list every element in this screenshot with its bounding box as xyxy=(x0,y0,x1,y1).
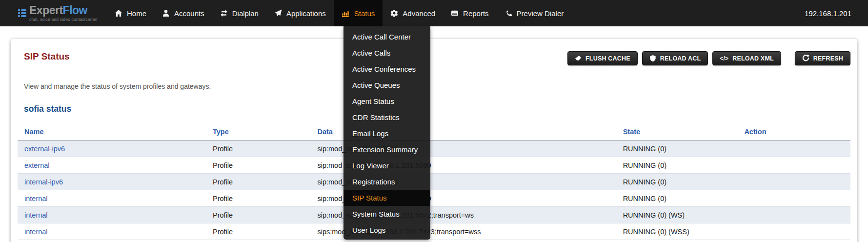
nav-label: Accounts xyxy=(174,9,204,18)
brand-logo[interactable]: ExpertFlow chat, voice and video contact… xyxy=(0,0,100,26)
menu-item-active-calls[interactable]: Active Calls xyxy=(343,45,430,61)
menu-item-agent-status[interactable]: Agent Status xyxy=(343,93,430,109)
top-navbar: ExpertFlow chat, voice and video contact… xyxy=(0,0,868,26)
menu-item-active-call-center[interactable]: Active Call Center xyxy=(343,29,430,45)
table-row: internal Profile sips:mod_sofia@192.168.… xyxy=(18,223,850,240)
cell-state: RUNNING (0) xyxy=(616,141,738,157)
menu-item-registrations[interactable]: Registrations xyxy=(343,174,430,190)
col-header-state[interactable]: State xyxy=(616,124,738,141)
profile-link[interactable]: external-ipv6 xyxy=(24,145,65,153)
cell-type: Profile xyxy=(206,207,310,223)
home-icon xyxy=(115,9,122,17)
bar-chart-icon xyxy=(342,9,350,18)
cell-action xyxy=(737,223,850,240)
refresh-icon xyxy=(802,55,809,62)
menu-item-extension-summary[interactable]: Extension Summary xyxy=(343,141,430,158)
cell-action xyxy=(737,157,850,174)
profile-link[interactable]: internal xyxy=(24,228,48,236)
shield-icon xyxy=(649,55,656,62)
menu-item-sip-status[interactable]: SIP Status xyxy=(343,190,430,206)
table-row: internal-ipv6 Profile sip:mod_sofia@[::1… xyxy=(18,174,850,190)
nav-label: Status xyxy=(354,9,375,18)
refresh-button[interactable]: REFRESH xyxy=(795,51,850,65)
nav-label: Reports xyxy=(463,9,489,18)
cell-state: RUNNING (0) xyxy=(616,190,738,207)
menu-item-user-logs[interactable]: User Logs xyxy=(343,222,430,238)
nav-item-home[interactable]: Home xyxy=(107,0,154,26)
paper-plane-icon xyxy=(274,9,282,17)
cell-action xyxy=(737,207,850,223)
menu-item-active-queues[interactable]: Active Queues xyxy=(343,77,430,93)
reload-acl-button[interactable]: RELOAD ACL xyxy=(642,51,708,65)
phone-icon xyxy=(505,9,512,17)
nav-item-accounts[interactable]: Accounts xyxy=(154,0,212,26)
cell-action xyxy=(737,174,850,190)
menu-item-log-viewer[interactable]: Log Viewer xyxy=(343,158,430,174)
nav-label: Applications xyxy=(286,9,326,18)
menu-item-cdr-statistics[interactable]: CDR Statistics xyxy=(343,109,430,125)
drive-icon xyxy=(451,9,459,17)
nav-item-applications[interactable]: Applications xyxy=(266,0,334,26)
brand-tagline: chat, voice and video contactcenter xyxy=(29,18,98,22)
server-host: 192.168.1.201 xyxy=(805,0,868,26)
status-dropdown-menu: Active Call Center Active Calls Active C… xyxy=(343,26,430,240)
col-header-name[interactable]: Name xyxy=(18,124,206,141)
cell-state: RUNNING (0) (WSS) xyxy=(616,223,738,240)
nav-label: Preview Dialer xyxy=(517,9,564,18)
brand-dots-icon xyxy=(18,9,26,17)
table-row: internal Profile sip:mod_sofia@192.168.1… xyxy=(18,190,850,207)
menu-item-active-conferences[interactable]: Active Conferences xyxy=(343,61,430,77)
table-header-row: Name Type Data State Action xyxy=(18,124,850,141)
person-icon xyxy=(162,9,170,17)
cell-type: Profile xyxy=(206,157,310,174)
cell-action xyxy=(737,190,850,207)
cell-type: Profile xyxy=(206,223,310,240)
table-row: external-ipv6 Profile sip:mod_sofia@[::1… xyxy=(18,141,850,157)
swap-arrows-icon xyxy=(220,9,228,17)
menu-item-system-status[interactable]: System Status xyxy=(343,206,430,222)
page-title: SIP Status xyxy=(18,51,70,62)
nav-item-preview-dialer[interactable]: Preview Dialer xyxy=(497,0,572,26)
cell-type: Profile xyxy=(206,141,310,157)
eraser-icon xyxy=(575,55,582,62)
col-header-type[interactable]: Type xyxy=(206,124,310,141)
main-nav: Home Accounts Dialplan Applications Stat… xyxy=(107,0,571,26)
nav-item-status[interactable]: Status xyxy=(334,0,383,26)
nav-label: Home xyxy=(127,9,146,18)
cell-type: Profile xyxy=(206,190,310,207)
sofia-status-table: Name Type Data State Action external-ipv… xyxy=(18,124,850,240)
nav-label: Dialplan xyxy=(232,9,259,18)
profile-link[interactable]: internal xyxy=(24,195,48,202)
reload-xml-button[interactable]: </> RELOAD XML xyxy=(712,51,781,65)
nav-item-reports[interactable]: Reports xyxy=(443,0,497,26)
flush-cache-button[interactable]: FLUSH CACHE xyxy=(567,51,638,65)
cell-action xyxy=(737,141,850,157)
content-panel: SIP Status FLUSH CACHE RELOAD ACL </> RE… xyxy=(11,39,857,242)
toolbar: FLUSH CACHE RELOAD ACL </> RELOAD XML RE… xyxy=(563,51,850,65)
profile-link[interactable]: internal xyxy=(24,211,48,219)
cell-state: RUNNING (0) (WS) xyxy=(616,207,738,223)
code-icon: </> xyxy=(720,55,728,62)
nav-item-dialplan[interactable]: Dialplan xyxy=(212,0,266,26)
gear-icon xyxy=(390,9,398,17)
table-row: external Profile sip:mod_sofia@192.168.1… xyxy=(18,157,850,174)
nav-item-advanced[interactable]: Advanced xyxy=(383,0,443,26)
brand-name: ExpertFlow xyxy=(29,5,98,16)
profile-link[interactable]: internal-ipv6 xyxy=(24,178,63,186)
cell-state: RUNNING (0) xyxy=(616,157,738,174)
page-description: View and manage the status of system pro… xyxy=(18,82,850,90)
nav-label: Advanced xyxy=(403,9,435,18)
cell-state: RUNNING (0) xyxy=(616,174,738,190)
profile-link[interactable]: external xyxy=(24,161,50,169)
cell-type: Profile xyxy=(206,174,310,190)
section-heading: sofia status xyxy=(18,104,850,114)
table-row: internal Profile sip:mod_sofia@192.168.1… xyxy=(18,207,850,223)
col-header-action[interactable]: Action xyxy=(737,124,850,141)
menu-item-email-logs[interactable]: Email Logs xyxy=(343,125,430,141)
